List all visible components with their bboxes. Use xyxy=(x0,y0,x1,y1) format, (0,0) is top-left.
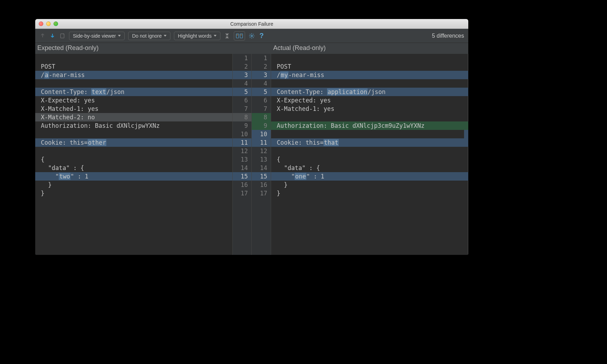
code-line xyxy=(271,79,468,88)
viewer-mode-label: Side-by-side viewer xyxy=(73,33,116,39)
line-number: 3 xyxy=(252,71,271,79)
diff-marker xyxy=(464,71,468,79)
word-diff: my xyxy=(280,71,288,79)
code-line: Content-Type: text/json xyxy=(35,88,232,96)
code-line: X-Expected: yes xyxy=(35,96,232,105)
highlight-label: Highlight words xyxy=(178,33,212,39)
line-number: 14 xyxy=(252,164,271,172)
code-line: "data" : { xyxy=(271,164,468,172)
chevron-down-icon xyxy=(164,35,167,37)
code-line xyxy=(271,113,468,121)
left-pane[interactable]: POST/a-near-missContent-Type: text/jsonX… xyxy=(35,54,232,255)
svg-point-3 xyxy=(251,35,252,36)
chevron-down-icon xyxy=(118,35,121,37)
line-number: 8 xyxy=(252,113,271,121)
ignore-policy-label: Do not ignore xyxy=(132,33,162,39)
line-number: 11 xyxy=(233,138,251,147)
line-number: 7 xyxy=(252,105,271,113)
code-line: Content-Type: application/json xyxy=(271,88,468,96)
code-line: Authorization: Basic dXNlcjpwYXNz xyxy=(35,121,232,130)
code-line: POST xyxy=(271,62,468,71)
line-number: 9 xyxy=(252,121,271,130)
line-number: 17 xyxy=(233,189,251,197)
word-diff: a xyxy=(44,71,49,79)
code-line xyxy=(271,130,468,138)
ignore-policy-select[interactable]: Do not ignore xyxy=(128,32,170,40)
line-number: 15 xyxy=(252,172,271,181)
svg-line-9 xyxy=(253,37,254,38)
code-line xyxy=(35,79,232,88)
sync-scroll-toggle[interactable] xyxy=(234,31,245,40)
word-diff: other xyxy=(88,139,106,146)
line-number: 16 xyxy=(252,181,271,189)
code-line xyxy=(271,54,468,62)
code-line: /a-near-miss xyxy=(35,71,232,79)
window-title: Comparison Failure xyxy=(35,21,468,27)
line-number: 1 xyxy=(233,54,251,62)
next-diff-icon[interactable] xyxy=(49,33,56,39)
code-line: } xyxy=(271,181,468,189)
code-line: { xyxy=(35,155,232,164)
code-line: } xyxy=(35,189,232,197)
line-number: 7 xyxy=(233,105,251,113)
line-number: 3 xyxy=(233,71,251,79)
diff-marker xyxy=(35,138,39,147)
viewer-mode-select[interactable]: Side-by-side viewer xyxy=(69,32,125,40)
diff-marker xyxy=(464,172,468,181)
diff-marker xyxy=(464,121,468,130)
code-line: X-Expected: yes xyxy=(271,96,468,105)
svg-line-8 xyxy=(250,34,250,34)
code-line xyxy=(35,147,232,155)
code-line: X-Matched-2: no xyxy=(35,113,232,121)
code-line: } xyxy=(35,181,232,189)
toolbar: Side-by-side viewer Do not ignore Highli… xyxy=(35,29,468,43)
left-pane-title: Expected (Read-only) xyxy=(35,43,232,54)
code-line: Cookie: this=other xyxy=(35,138,232,147)
diff-marker xyxy=(35,88,39,96)
right-pane[interactable]: POST/my-near-missContent-Type: applicati… xyxy=(271,54,468,255)
gear-icon[interactable] xyxy=(249,33,255,39)
diff-count: 5 differences xyxy=(432,33,464,39)
line-gutter: 1234567891011121314151617 12345678910111… xyxy=(232,54,271,255)
line-number: 2 xyxy=(233,62,251,71)
code-line: { xyxy=(271,155,468,164)
prev-diff-icon[interactable] xyxy=(39,33,46,39)
code-line: "one" : 1 xyxy=(271,172,468,181)
line-number: 10 xyxy=(233,130,251,138)
line-number: 8 xyxy=(233,113,251,121)
code-line: /my-near-miss xyxy=(271,71,468,79)
code-line xyxy=(271,147,468,155)
code-line: "two" : 1 xyxy=(35,172,232,181)
right-pane-title: Actual (Read-only) xyxy=(271,43,468,54)
diff-marker xyxy=(35,71,39,79)
chevron-down-icon xyxy=(214,35,217,37)
diff-marker xyxy=(464,138,468,147)
line-number: 12 xyxy=(252,147,271,155)
line-number: 2 xyxy=(252,62,271,71)
word-diff: one xyxy=(295,173,306,180)
diff-body: POST/a-near-missContent-Type: text/jsonX… xyxy=(35,54,468,255)
line-number: 16 xyxy=(233,181,251,189)
code-line: Cookie: this=that xyxy=(271,138,468,147)
code-line: "data" : { xyxy=(35,164,232,172)
highlight-select[interactable]: Highlight words xyxy=(174,32,220,40)
word-diff: text xyxy=(91,88,106,95)
code-line: } xyxy=(271,189,468,197)
line-number: 1 xyxy=(252,54,271,62)
line-number: 14 xyxy=(233,164,251,172)
edit-file-icon[interactable] xyxy=(59,33,65,39)
line-number: 6 xyxy=(233,96,251,105)
word-diff: application xyxy=(327,88,368,95)
collapse-unchanged-icon[interactable] xyxy=(224,33,230,39)
titlebar: Comparison Failure xyxy=(35,19,468,29)
line-number: 15 xyxy=(233,172,251,181)
word-diff: two xyxy=(59,173,70,180)
line-number: 13 xyxy=(252,155,271,164)
diff-marker xyxy=(35,113,39,121)
line-number: 11 xyxy=(252,138,271,147)
code-line xyxy=(35,130,232,138)
help-icon[interactable]: ? xyxy=(258,33,265,39)
diff-marker xyxy=(464,88,468,96)
line-number: 10 xyxy=(252,130,271,138)
code-line: Authorization: Basic dXNlcjp3cm9uZy1wYXN… xyxy=(271,121,468,130)
